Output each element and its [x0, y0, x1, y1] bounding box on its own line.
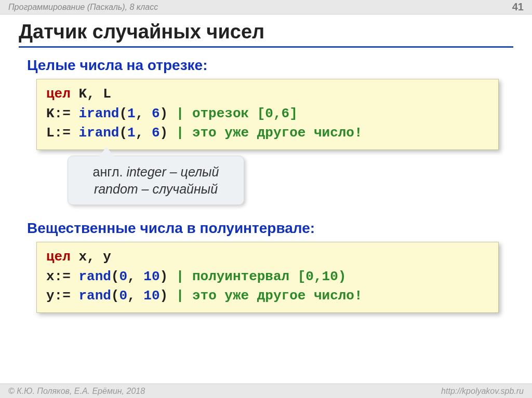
- code-block-floats: цел x, y x:= rand(0, 10) | полуинтервал …: [36, 242, 499, 313]
- comment: | это уже другое число!: [176, 125, 363, 141]
- code-line: K:= irand(1, 6) | отрезок [0,6]: [46, 104, 489, 124]
- keyword: цел: [46, 86, 71, 102]
- number: 10: [143, 269, 159, 284]
- footer-url: http://kpolyakov.spb.ru: [441, 387, 524, 396]
- paren: (: [119, 106, 127, 121]
- section-integers: Целые числа на отрезке:: [27, 57, 207, 74]
- note-term: random: [94, 182, 142, 196]
- comma: ,: [127, 269, 143, 284]
- slide: Программирование (Паскаль), 8 класс 41 Д…: [0, 0, 532, 398]
- paren: ): [160, 269, 176, 284]
- slide-footer: © К.Ю. Поляков, Е.А. Ерёмин, 2018 http:/…: [0, 383, 532, 398]
- code-line: цел K, L: [46, 85, 489, 104]
- comment: | это уже другое число!: [176, 288, 363, 304]
- slide-header: Программирование (Паскаль), 8 класс 41: [0, 0, 532, 15]
- comma: ,: [136, 106, 152, 121]
- paren: (: [111, 269, 119, 284]
- paren: (: [111, 288, 119, 304]
- code-line: цел x, y: [46, 248, 489, 267]
- paren: ): [160, 288, 176, 304]
- footer-copyright: © К.Ю. Поляков, Е.А. Ерёмин, 2018: [8, 387, 145, 396]
- number: 1: [127, 125, 136, 141]
- slide-title: Датчик случайных чисел: [19, 21, 513, 48]
- note-text: англ.: [93, 164, 127, 179]
- number: 6: [152, 106, 160, 121]
- code-line: y:= rand(0, 10) | это уже другое число!: [46, 286, 489, 306]
- func: rand: [78, 269, 111, 284]
- func: rand: [78, 288, 111, 304]
- header-subject: Программирование (Паскаль), 8 класс: [8, 3, 158, 12]
- comment: | отрезок [0,6]: [176, 106, 298, 121]
- number: 0: [119, 288, 127, 304]
- note-line: англ. integer – целый: [75, 163, 236, 181]
- paren: ): [159, 125, 176, 141]
- note-line: random – случайный: [75, 181, 236, 198]
- page-number: 41: [512, 1, 524, 13]
- note-term: integer: [126, 164, 169, 179]
- code-line: x:= rand(0, 10) | полуинтервал [0,10): [46, 267, 489, 287]
- paren: (: [119, 125, 127, 141]
- comma: ,: [136, 125, 152, 141]
- code-line: L:= irand(1, 6) | это уже другое число!: [46, 123, 489, 143]
- keyword: цел: [46, 249, 71, 265]
- number: 1: [127, 106, 136, 121]
- number: 0: [119, 269, 127, 284]
- comment: | полуинтервал [0,10): [176, 269, 347, 284]
- code-text: x:=: [46, 269, 78, 284]
- code-text: K:=: [46, 106, 78, 121]
- vars: K, L: [71, 86, 111, 102]
- section-floats: Вещественные числа в полуинтервале:: [27, 220, 315, 237]
- func: irand: [78, 125, 119, 141]
- note-text: – случайный: [142, 182, 218, 196]
- callout-note: англ. integer – целый random – случайный: [68, 156, 244, 205]
- comma: ,: [127, 288, 143, 304]
- code-text: y:=: [46, 288, 78, 304]
- code-text: L:=: [46, 125, 78, 141]
- func: irand: [78, 106, 119, 121]
- number: 10: [143, 288, 159, 304]
- vars: x, y: [71, 249, 111, 265]
- code-block-integers: цел K, L K:= irand(1, 6) | отрезок [0,6]…: [36, 79, 499, 150]
- number: 6: [152, 125, 160, 141]
- paren: ): [159, 106, 176, 121]
- note-text: – целый: [170, 164, 219, 179]
